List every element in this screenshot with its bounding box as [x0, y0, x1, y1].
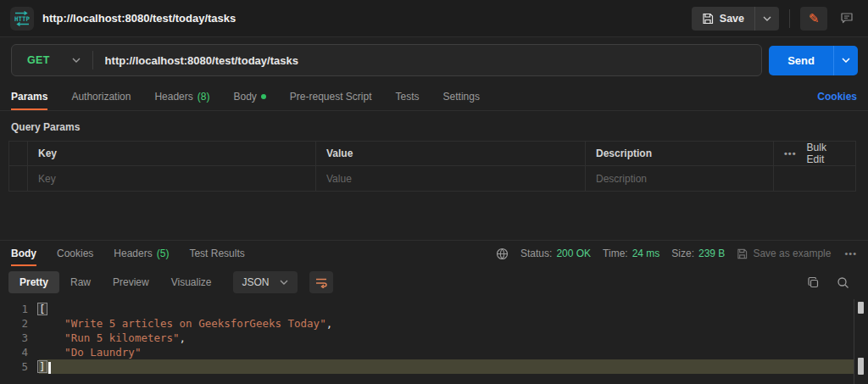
word-wrap-button[interactable] — [309, 271, 333, 293]
tab-authorization[interactable]: Authorization — [71, 83, 131, 110]
method-dropdown[interactable]: GET — [12, 54, 92, 66]
edit-button[interactable]: ✎ — [800, 7, 827, 31]
response-tabs: Body Cookies Headers (5) Test Results St… — [0, 241, 868, 266]
response-tab-body[interactable]: Body — [11, 241, 36, 266]
tab-tests[interactable]: Tests — [396, 83, 420, 110]
response-toolbar: Pretty Raw Preview Visualize JSON — [0, 266, 868, 299]
code-content: ] — [39, 359, 854, 374]
body-content-dot-icon — [261, 94, 266, 99]
save-button[interactable]: Save — [692, 7, 754, 31]
code-line: 4 "Do Laundry" — [0, 345, 868, 359]
send-options-button[interactable] — [833, 46, 858, 75]
line-number: 1 — [0, 302, 39, 316]
view-tab-visualize[interactable]: Visualize — [160, 271, 223, 293]
chevron-down-icon — [72, 58, 81, 63]
svg-text:HTTP: HTTP — [14, 15, 31, 23]
tab-settings[interactable]: Settings — [443, 83, 480, 110]
toolbar-divider — [789, 9, 790, 28]
copy-icon — [807, 276, 820, 289]
response-more-options-icon[interactable]: ••• — [844, 248, 857, 259]
column-header-value: Value — [316, 142, 586, 165]
response-body-editor[interactable]: 1 [ 2 "Write 5 articles on GeeksforGeeks… — [0, 299, 868, 384]
method-label: GET — [27, 54, 50, 66]
view-tab-preview[interactable]: Preview — [102, 271, 160, 293]
code-line: 3 "Run 5 kilometers", — [0, 331, 868, 345]
scrollbar-marker[interactable] — [858, 358, 864, 375]
query-params-empty-row — [9, 166, 855, 191]
response-meta: Status: 200 OK Time: 24 ms Size: 239 B S… — [496, 241, 857, 266]
status-badge: Status: 200 OK — [520, 248, 591, 259]
comma: , — [180, 331, 186, 344]
tab-headers[interactable]: Headers (8) — [154, 83, 209, 110]
comment-button[interactable] — [836, 8, 858, 30]
chevron-down-icon — [280, 280, 288, 285]
value-input[interactable] — [326, 173, 575, 185]
code-content: "Do Laundry" — [39, 345, 854, 359]
code-content: [ — [39, 302, 854, 316]
scrollbar-marker[interactable] — [858, 302, 864, 314]
scrollbar-track[interactable] — [854, 299, 854, 384]
code-content: "Write 5 articles on GeeksforGeeks Today… — [39, 316, 854, 331]
floppy-icon — [702, 13, 714, 25]
more-options-icon[interactable]: ••• — [784, 148, 797, 159]
tab-headers-label: Headers — [154, 91, 192, 103]
column-header-key: Key — [28, 142, 316, 165]
response-tab-body-label: Body — [11, 248, 36, 259]
save-button-group: Save — [692, 7, 779, 31]
tab-settings-label: Settings — [443, 91, 480, 103]
table-actions-cell: ••• Bulk Edit — [774, 142, 855, 165]
save-options-button[interactable] — [754, 7, 779, 31]
url-input[interactable] — [93, 54, 762, 67]
description-cell — [586, 166, 774, 191]
response-tab-test-results-label: Test Results — [189, 248, 244, 259]
globe-icon[interactable] — [496, 248, 509, 260]
tab-pre-request-script[interactable]: Pre-request Script — [290, 83, 372, 110]
floppy-icon — [737, 248, 748, 259]
time-value: 24 ms — [632, 248, 660, 259]
format-dropdown[interactable]: JSON — [233, 271, 298, 293]
tab-body-label: Body — [233, 91, 256, 103]
row-checkbox-cell[interactable] — [9, 166, 28, 191]
response-tab-cookies[interactable]: Cookies — [57, 241, 93, 266]
headers-count-badge: (8) — [198, 91, 210, 103]
tab-tests-label: Tests — [396, 91, 420, 103]
line-number: 5 — [0, 359, 39, 374]
bulk-edit-button[interactable]: Bulk Edit — [807, 142, 845, 165]
query-params-title: Query Params — [11, 121, 868, 133]
pencil-icon: ✎ — [809, 12, 820, 25]
time-label: Time: — [603, 248, 628, 259]
request-title: http://localhost:8080/test/today/tasks — [42, 12, 236, 25]
matched-bracket: [ — [37, 303, 47, 315]
row-actions-cell — [774, 166, 855, 191]
time-badge: Time: 24 ms — [603, 248, 659, 259]
copy-button[interactable] — [807, 276, 820, 289]
request-topbar: HTTP http://localhost:8080/test/today/ta… — [0, 0, 868, 37]
topbar-actions: Save ✎ — [692, 7, 858, 31]
status-label: Status: — [520, 248, 552, 259]
search-button[interactable] — [837, 276, 849, 289]
description-input[interactable] — [596, 173, 763, 185]
save-button-label: Save — [720, 13, 744, 25]
save-as-example-button[interactable]: Save as example — [737, 248, 831, 259]
comma: , — [326, 317, 333, 330]
tab-pre-request-script-label: Pre-request Script — [290, 91, 372, 103]
send-button[interactable]: Send — [769, 46, 833, 75]
request-tabs: Params Authorization Headers (8) Body Pr… — [0, 83, 868, 111]
text-cursor — [48, 362, 51, 374]
tab-body[interactable]: Body — [233, 83, 265, 110]
size-badge: Size: 239 B — [671, 248, 725, 259]
response-tab-headers[interactable]: Headers (5) — [114, 241, 169, 266]
cookies-link[interactable]: Cookies — [817, 91, 857, 103]
response-headers-count-badge: (5) — [157, 248, 170, 259]
view-tab-raw[interactable]: Raw — [59, 271, 102, 293]
http-request-icon: HTTP — [10, 7, 34, 31]
view-tab-pretty[interactable]: Pretty — [8, 271, 59, 293]
code-line: 2 "Write 5 articles on GeeksforGeeks Tod… — [0, 316, 868, 331]
save-as-example-label: Save as example — [753, 248, 831, 259]
response-tab-test-results[interactable]: Test Results — [189, 241, 244, 266]
key-input[interactable] — [38, 173, 305, 185]
key-cell — [28, 166, 316, 191]
tab-params[interactable]: Params — [11, 83, 47, 110]
response-section: Body Cookies Headers (5) Test Results St… — [0, 240, 868, 384]
send-button-group: Send — [769, 46, 858, 75]
